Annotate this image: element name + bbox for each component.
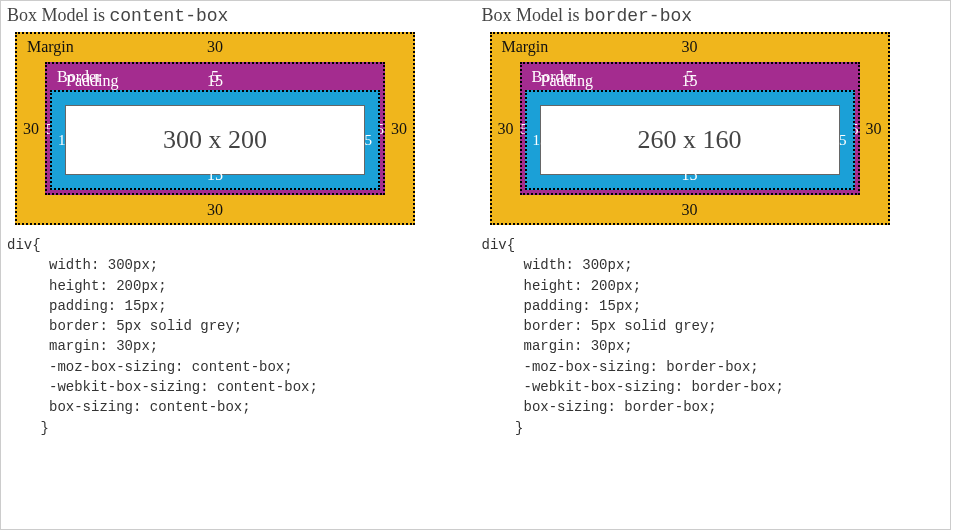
padding-right-value: 15 — [357, 132, 372, 149]
content-box-panel: Box Model is content-box Margin 30 30 30… — [1, 1, 476, 529]
margin-bottom-value: 30 — [207, 201, 223, 219]
panel-title: Box Model is border-box — [480, 5, 947, 26]
border-layer: Border 5 5 5 5 Padding 15 15 15 15 300 x… — [45, 62, 385, 195]
margin-layer: Margin 30 30 30 30 Border 5 5 5 5 Paddin… — [15, 32, 415, 225]
padding-bottom-value: 15 — [207, 166, 223, 184]
comparison-container: Box Model is content-box Margin 30 30 30… — [0, 0, 951, 530]
padding-layer: Padding 15 15 15 15 300 x 200 — [50, 90, 380, 190]
padding-top-value: 15 — [682, 72, 698, 90]
margin-top-value: 30 — [207, 38, 223, 56]
title-value: border-box — [584, 6, 692, 26]
title-value: content-box — [110, 6, 229, 26]
content-layer: 260 x 160 — [540, 105, 840, 175]
title-prefix: Box Model is — [482, 5, 585, 25]
margin-bottom-value: 30 — [682, 201, 698, 219]
padding-label: Padding — [66, 72, 118, 90]
css-code-block: div{ width: 300px; height: 200px; paddin… — [5, 235, 472, 438]
padding-right-value: 15 — [832, 132, 847, 149]
content-layer: 300 x 200 — [65, 105, 365, 175]
margin-top-value: 30 — [682, 38, 698, 56]
content-dimensions: 260 x 160 — [638, 125, 742, 155]
margin-left-value: 30 — [498, 120, 514, 138]
margin-right-value: 30 — [866, 120, 882, 138]
border-box-panel: Box Model is border-box Margin 30 30 30 … — [476, 1, 951, 529]
padding-label: Padding — [541, 72, 593, 90]
padding-bottom-value: 15 — [682, 166, 698, 184]
margin-layer: Margin 30 30 30 30 Border 5 5 5 5 Paddin… — [490, 32, 890, 225]
content-dimensions: 300 x 200 — [163, 125, 267, 155]
margin-label: Margin — [502, 38, 549, 56]
padding-left-value: 15 — [58, 132, 73, 149]
padding-layer: Padding 15 15 15 15 260 x 160 — [525, 90, 855, 190]
padding-top-value: 15 — [207, 72, 223, 90]
border-layer: Border 5 5 5 5 Padding 15 15 15 15 260 x… — [520, 62, 860, 195]
panel-title: Box Model is content-box — [5, 5, 472, 26]
margin-right-value: 30 — [391, 120, 407, 138]
margin-left-value: 30 — [23, 120, 39, 138]
title-prefix: Box Model is — [7, 5, 110, 25]
margin-label: Margin — [27, 38, 74, 56]
css-code-block: div{ width: 300px; height: 200px; paddin… — [480, 235, 947, 438]
box-model-diagram: Margin 30 30 30 30 Border 5 5 5 5 Paddin… — [480, 32, 947, 225]
box-model-diagram: Margin 30 30 30 30 Border 5 5 5 5 Paddin… — [5, 32, 472, 225]
padding-left-value: 15 — [533, 132, 548, 149]
